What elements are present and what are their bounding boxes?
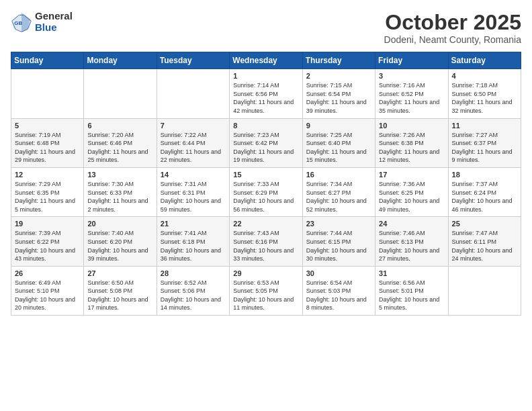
day-number: 23 <box>306 220 371 228</box>
day-number: 15 <box>233 171 298 179</box>
day-number: 3 <box>379 72 444 80</box>
day-info: Sunrise: 7:30 AM Sunset: 6:33 PM Dayligh… <box>87 180 152 214</box>
day-info: Sunrise: 7:37 AM Sunset: 6:24 PM Dayligh… <box>452 180 517 214</box>
day-info: Sunrise: 7:34 AM Sunset: 6:27 PM Dayligh… <box>306 180 371 214</box>
calendar-cell: 4Sunrise: 7:18 AM Sunset: 6:50 PM Daylig… <box>448 69 521 118</box>
day-number: 30 <box>306 269 371 277</box>
day-info: Sunrise: 7:33 AM Sunset: 6:29 PM Dayligh… <box>233 180 298 214</box>
calendar-cell: 10Sunrise: 7:26 AM Sunset: 6:38 PM Dayli… <box>375 118 448 167</box>
calendar-cell: 2Sunrise: 7:15 AM Sunset: 6:54 PM Daylig… <box>302 69 375 118</box>
day-info: Sunrise: 6:53 AM Sunset: 5:05 PM Dayligh… <box>233 279 298 312</box>
logo-blue-text: Blue <box>35 22 73 34</box>
day-number: 24 <box>379 220 444 228</box>
day-info: Sunrise: 7:16 AM Sunset: 6:52 PM Dayligh… <box>379 81 444 115</box>
calendar-cell <box>84 69 157 118</box>
day-info: Sunrise: 7:43 AM Sunset: 6:16 PM Dayligh… <box>233 229 298 263</box>
weekday-header-saturday: Saturday <box>448 52 521 69</box>
calendar-cell: 3Sunrise: 7:16 AM Sunset: 6:52 PM Daylig… <box>375 69 448 118</box>
month-title: October 2025 <box>384 11 521 34</box>
weekday-header-thursday: Thursday <box>302 52 375 69</box>
calendar-cell: 21Sunrise: 7:41 AM Sunset: 6:18 PM Dayli… <box>157 217 229 266</box>
day-number: 8 <box>233 122 298 130</box>
calendar-cell: 5Sunrise: 7:19 AM Sunset: 6:48 PM Daylig… <box>11 118 84 167</box>
day-info: Sunrise: 7:36 AM Sunset: 6:25 PM Dayligh… <box>379 180 444 214</box>
day-info: Sunrise: 6:52 AM Sunset: 5:06 PM Dayligh… <box>161 279 226 312</box>
location-text: Dodeni, Neamt County, Romania <box>384 34 521 45</box>
day-info: Sunrise: 7:39 AM Sunset: 6:22 PM Dayligh… <box>15 229 80 263</box>
calendar-cell: 26Sunrise: 6:49 AM Sunset: 5:10 PM Dayli… <box>11 266 84 315</box>
day-info: Sunrise: 6:56 AM Sunset: 5:01 PM Dayligh… <box>379 279 444 312</box>
calendar-cell: 28Sunrise: 6:52 AM Sunset: 5:06 PM Dayli… <box>157 266 229 315</box>
calendar-table: SundayMondayTuesdayWednesdayThursdayFrid… <box>11 52 521 316</box>
calendar-week-4: 19Sunrise: 7:39 AM Sunset: 6:22 PM Dayli… <box>11 217 521 266</box>
day-number: 25 <box>452 220 517 228</box>
calendar-cell: 7Sunrise: 7:22 AM Sunset: 6:44 PM Daylig… <box>157 118 229 167</box>
day-number: 9 <box>306 122 371 130</box>
day-number: 22 <box>233 220 298 228</box>
day-info: Sunrise: 7:29 AM Sunset: 6:35 PM Dayligh… <box>15 180 80 214</box>
day-number: 26 <box>15 269 80 277</box>
day-number: 4 <box>452 72 517 80</box>
calendar-cell: 27Sunrise: 6:50 AM Sunset: 5:08 PM Dayli… <box>84 266 157 315</box>
day-info: Sunrise: 7:22 AM Sunset: 6:44 PM Dayligh… <box>161 131 226 165</box>
day-info: Sunrise: 7:14 AM Sunset: 6:56 PM Dayligh… <box>233 81 298 115</box>
calendar-cell <box>448 266 521 315</box>
day-number: 27 <box>87 269 152 277</box>
calendar-cell: 8Sunrise: 7:23 AM Sunset: 6:42 PM Daylig… <box>230 118 302 167</box>
calendar-cell: 23Sunrise: 7:44 AM Sunset: 6:15 PM Dayli… <box>302 217 375 266</box>
day-number: 2 <box>306 72 371 80</box>
day-info: Sunrise: 7:15 AM Sunset: 6:54 PM Dayligh… <box>306 81 371 115</box>
day-number: 10 <box>379 122 444 130</box>
calendar-cell: 20Sunrise: 7:40 AM Sunset: 6:20 PM Dayli… <box>84 217 157 266</box>
day-number: 13 <box>87 171 152 179</box>
day-number: 12 <box>15 171 80 179</box>
weekday-header-sunday: Sunday <box>11 52 84 69</box>
logo: GB General Blue <box>11 11 73 33</box>
calendar-cell: 1Sunrise: 7:14 AM Sunset: 6:56 PM Daylig… <box>230 69 302 118</box>
svg-text:GB: GB <box>14 19 22 26</box>
day-number: 21 <box>161 220 226 228</box>
day-info: Sunrise: 7:40 AM Sunset: 6:20 PM Dayligh… <box>87 229 152 263</box>
calendar-cell: 30Sunrise: 6:54 AM Sunset: 5:03 PM Dayli… <box>302 266 375 315</box>
day-info: Sunrise: 7:46 AM Sunset: 6:13 PM Dayligh… <box>379 229 444 263</box>
day-info: Sunrise: 7:41 AM Sunset: 6:18 PM Dayligh… <box>161 229 226 263</box>
title-block: October 2025 Dodeni, Neamt County, Roman… <box>384 11 521 45</box>
day-number: 5 <box>15 122 80 130</box>
day-number: 29 <box>233 269 298 277</box>
weekday-header-tuesday: Tuesday <box>157 52 229 69</box>
day-info: Sunrise: 7:23 AM Sunset: 6:42 PM Dayligh… <box>233 131 298 165</box>
calendar-week-3: 12Sunrise: 7:29 AM Sunset: 6:35 PM Dayli… <box>11 167 521 216</box>
day-number: 19 <box>15 220 80 228</box>
calendar-cell: 12Sunrise: 7:29 AM Sunset: 6:35 PM Dayli… <box>11 167 84 216</box>
day-number: 11 <box>452 122 517 130</box>
calendar-cell: 14Sunrise: 7:31 AM Sunset: 6:31 PM Dayli… <box>157 167 229 216</box>
calendar-cell <box>11 69 84 118</box>
day-number: 20 <box>87 220 152 228</box>
day-number: 16 <box>306 171 371 179</box>
day-info: Sunrise: 7:25 AM Sunset: 6:40 PM Dayligh… <box>306 131 371 165</box>
weekday-header-friday: Friday <box>375 52 448 69</box>
day-info: Sunrise: 6:49 AM Sunset: 5:10 PM Dayligh… <box>15 279 80 312</box>
calendar-week-5: 26Sunrise: 6:49 AM Sunset: 5:10 PM Dayli… <box>11 266 521 315</box>
day-number: 28 <box>161 269 226 277</box>
day-info: Sunrise: 7:31 AM Sunset: 6:31 PM Dayligh… <box>161 180 226 214</box>
calendar-header: SundayMondayTuesdayWednesdayThursdayFrid… <box>11 52 521 69</box>
day-number: 18 <box>452 171 517 179</box>
day-info: Sunrise: 7:27 AM Sunset: 6:37 PM Dayligh… <box>452 131 517 165</box>
calendar-cell: 9Sunrise: 7:25 AM Sunset: 6:40 PM Daylig… <box>302 118 375 167</box>
day-info: Sunrise: 7:44 AM Sunset: 6:15 PM Dayligh… <box>306 229 371 263</box>
calendar-cell: 16Sunrise: 7:34 AM Sunset: 6:27 PM Dayli… <box>302 167 375 216</box>
calendar-week-2: 5Sunrise: 7:19 AM Sunset: 6:48 PM Daylig… <box>11 118 521 167</box>
logo-general-text: General <box>35 11 73 22</box>
day-info: Sunrise: 7:18 AM Sunset: 6:50 PM Dayligh… <box>452 81 517 115</box>
day-number: 7 <box>161 122 226 130</box>
calendar-cell: 6Sunrise: 7:20 AM Sunset: 6:46 PM Daylig… <box>84 118 157 167</box>
calendar-cell <box>157 69 229 118</box>
day-info: Sunrise: 7:20 AM Sunset: 6:46 PM Dayligh… <box>87 131 152 165</box>
calendar-cell: 29Sunrise: 6:53 AM Sunset: 5:05 PM Dayli… <box>230 266 302 315</box>
day-number: 14 <box>161 171 226 179</box>
weekday-header-monday: Monday <box>84 52 157 69</box>
calendar-cell: 31Sunrise: 6:56 AM Sunset: 5:01 PM Dayli… <box>375 266 448 315</box>
weekday-header-wednesday: Wednesday <box>230 52 302 69</box>
calendar-cell: 22Sunrise: 7:43 AM Sunset: 6:16 PM Dayli… <box>230 217 302 266</box>
